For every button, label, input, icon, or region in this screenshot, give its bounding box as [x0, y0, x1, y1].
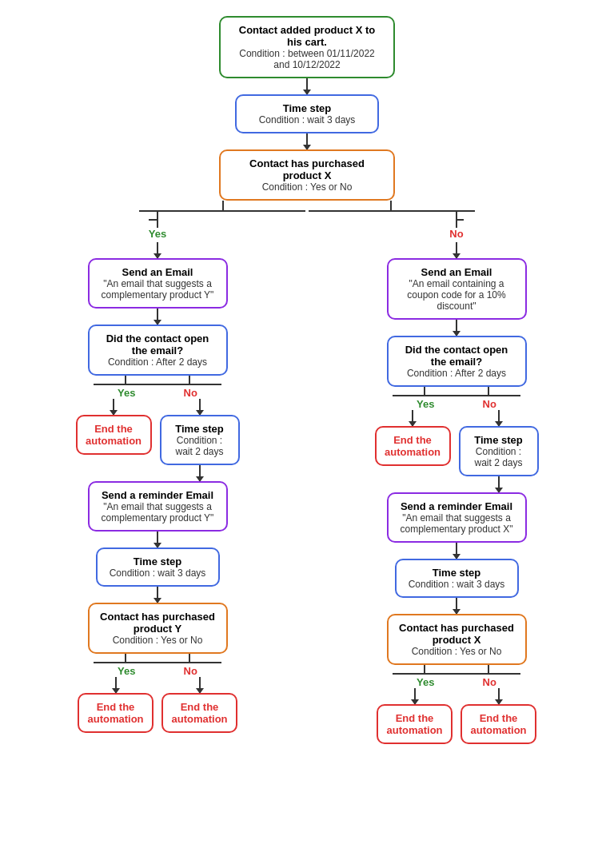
trigger-node: Contact added product X to his cart. Con… — [219, 16, 395, 78]
left-branch: Yes Send an Email "An email that suggest… — [8, 212, 307, 733]
main-split: Yes Send an Email "An email that suggest… — [8, 212, 606, 744]
timestep1-node: Time step Condition : wait 3 days — [235, 94, 379, 133]
yes-label-left: Yes — [149, 228, 166, 240]
purchased-x2-title: Contact has purchased product X — [398, 622, 516, 646]
reminder-no-title: Send a reminder Email — [401, 500, 512, 512]
no-label-final-left: No — [184, 665, 197, 677]
arrow-end2-top — [412, 410, 413, 426]
no-label-right: No — [449, 228, 463, 240]
arrow-end1-top — [113, 399, 114, 415]
arrow-2 — [306, 133, 308, 149]
reminder-no-node: Send a reminder Email "An email that sug… — [387, 492, 527, 543]
timestep2-no-sub: Condition : wait 2 days — [470, 446, 528, 468]
send-email-no-sub: "An email containing a coupon code for a… — [398, 278, 516, 312]
reminder-yes-sub: "An email that suggests a complementary … — [99, 501, 217, 524]
arrow-end6 — [498, 688, 500, 704]
arrow-end5 — [414, 688, 416, 704]
opened-yes-title: Did the contact open the email? — [99, 332, 217, 356]
opened-yes-sub: Condition : After 2 days — [108, 356, 207, 368]
timestep1-title: Time step — [283, 102, 331, 114]
end6-node: End the automation — [460, 704, 536, 744]
arrow-purch-y — [157, 587, 158, 603]
trigger-sub: Condition : between 01/11/2022 and 10/12… — [230, 48, 384, 70]
automation-diagram: Contact added product X to his cart. Con… — [8, 16, 606, 744]
opened-no-node: Did the contact open the email? Conditio… — [387, 336, 527, 387]
purchased-x2-sub: Condition : Yes or No — [412, 646, 502, 657]
trigger-title: Contact added product X to his cart. — [230, 24, 384, 48]
timestep2-no-title: Time step — [474, 434, 522, 446]
end3-node: End the automation — [78, 693, 154, 733]
opened-no-sub: Condition : After 2 days — [407, 368, 506, 379]
end1-title: End the automation — [86, 423, 142, 447]
send-email-yes-node: Send an Email "An email that suggests a … — [88, 258, 228, 309]
yes-label-final-left: Yes — [118, 665, 135, 677]
end3-title: End the automation — [87, 701, 143, 725]
purchased1-node: Contact has purchased product X Conditio… — [219, 149, 395, 201]
timestep3-yes-sub: Condition : wait 3 days — [110, 567, 206, 579]
arrow-timestep2-top — [199, 399, 201, 415]
timestep2-yes-node: Time step Condition : wait 2 days — [160, 415, 240, 465]
arrow-timestep2-no-top — [498, 410, 500, 426]
arrow-purch-x2 — [456, 598, 457, 614]
yes-label-final-right: Yes — [417, 676, 434, 688]
reminder-yes-node: Send a reminder Email "An email that sug… — [88, 481, 228, 532]
arrow-1 — [306, 78, 308, 94]
end2-node: End the automation — [375, 426, 451, 466]
timestep3-no-node: Time step Condition : wait 3 days — [395, 559, 519, 598]
timestep3-no-sub: Condition : wait 3 days — [409, 579, 505, 590]
arrow-no-right — [456, 242, 457, 258]
end4-node: End the automation — [161, 693, 237, 733]
arrow-reminder-no — [498, 476, 500, 492]
end1-node: End the automation — [76, 415, 152, 455]
end6-title: End the automation — [470, 712, 526, 736]
reminder-no-sub: "An email that suggests a complementary … — [398, 512, 516, 535]
purchased1-sub: Condition : Yes or No — [262, 181, 353, 193]
timestep2-yes-sub: Condition : wait 2 days — [171, 435, 229, 457]
end2-title: End the automation — [385, 434, 441, 458]
arrow-end4 — [199, 677, 201, 693]
no-label-final-right: No — [483, 676, 496, 688]
purchased-y-sub: Condition : Yes or No — [113, 635, 203, 646]
end4-title: End the automation — [171, 701, 227, 725]
reminder-yes-title: Send a reminder Email — [102, 489, 213, 501]
arrow-yes-left — [157, 242, 158, 258]
arrow-end3 — [115, 677, 117, 693]
arrow-ts3-no — [456, 543, 457, 559]
timestep3-yes-title: Time step — [134, 555, 181, 567]
arrow-3 — [157, 309, 158, 325]
end5-node: End the automation — [377, 704, 453, 744]
send-email-no-node: Send an Email "An email containing a cou… — [387, 258, 527, 320]
end5-title: End the automation — [386, 712, 442, 736]
yes-label-inner-left: Yes — [118, 387, 135, 399]
arrow-ts3-yes — [157, 532, 158, 547]
purchased-y-node: Contact has purchased product Y Conditio… — [88, 603, 228, 654]
no-label-inner-right: No — [483, 398, 496, 410]
timestep3-yes-node: Time step Condition : wait 3 days — [96, 547, 220, 587]
arrow-reminder-yes — [199, 465, 201, 481]
send-email-yes-sub: "An email that suggests a complementary … — [99, 278, 217, 301]
arrow-4 — [456, 320, 457, 336]
timestep2-yes-title: Time step — [175, 423, 223, 435]
timestep2-no-node: Time step Condition : wait 2 days — [459, 426, 539, 476]
opened-yes-node: Did the contact open the email? Conditio… — [88, 325, 228, 376]
no-label-inner-left: No — [184, 387, 197, 399]
timestep3-no-title: Time step — [433, 567, 480, 579]
send-email-no-title: Send an Email — [421, 266, 492, 278]
purchased-y-title: Contact has purchased product Y — [99, 611, 217, 635]
right-branch: No Send an Email "An email containing a … — [307, 212, 606, 744]
timestep1-sub: Condition : wait 3 days — [259, 114, 356, 125]
yes-label-inner-right: Yes — [417, 398, 434, 410]
send-email-yes-title: Send an Email — [122, 266, 193, 278]
purchased-x2-node: Contact has purchased product X Conditio… — [387, 614, 527, 665]
purchased1-title: Contact has purchased product X — [230, 157, 384, 181]
opened-no-title: Did the contact open the email? — [398, 344, 516, 368]
